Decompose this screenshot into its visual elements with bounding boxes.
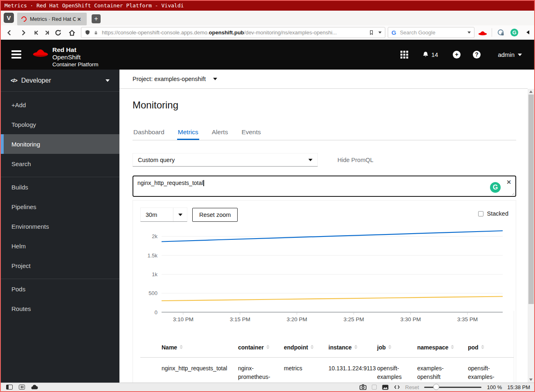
sort-icon[interactable] bbox=[180, 345, 183, 349]
privacy-extension-icon[interactable] bbox=[497, 29, 504, 36]
svg-text:2k: 2k bbox=[152, 233, 157, 239]
timespan-value: 30m bbox=[141, 212, 173, 218]
bookmark-icon[interactable] bbox=[369, 29, 374, 36]
user-caret-icon bbox=[518, 54, 522, 56]
openshift-masthead: Red Hat OpenShift Container Platform 14 … bbox=[1, 40, 534, 70]
tab-metrics[interactable]: Metrics bbox=[177, 125, 199, 140]
svg-text:3:20 PM: 3:20 PM bbox=[287, 316, 307, 322]
scrollbar-thumb[interactable] bbox=[528, 95, 534, 304]
stacked-checkbox[interactable] bbox=[478, 211, 483, 216]
grammarly-inline-icon[interactable]: G bbox=[490, 182, 501, 193]
stacked-label: Stacked bbox=[487, 210, 508, 217]
query-type-select[interactable]: Custom query bbox=[133, 153, 318, 167]
sort-icon[interactable] bbox=[354, 345, 357, 349]
sort-icon[interactable] bbox=[310, 345, 314, 349]
panel-toggle-icon[interactable] bbox=[6, 385, 13, 390]
sidebar-item-monitoring[interactable]: Monitoring bbox=[1, 134, 119, 154]
sidebar-item-pipelines[interactable]: Pipelines bbox=[1, 197, 119, 216]
help-icon[interactable]: ? bbox=[473, 51, 481, 59]
bell-icon bbox=[422, 51, 429, 59]
svg-text:3:35 PM: 3:35 PM bbox=[457, 316, 478, 322]
sidebar-item-environments[interactable]: Environments bbox=[1, 216, 119, 236]
sidebar-item-topology[interactable]: Topology bbox=[1, 115, 119, 134]
sidebar-item-routes[interactable]: Routes bbox=[1, 299, 119, 318]
promql-query-input[interactable]: nginx_http_requests_total G ✕ bbox=[133, 176, 516, 197]
main-content: Project: examples-openshift Monitoring D… bbox=[119, 70, 528, 383]
reset-zoom-button[interactable]: Reset zoom bbox=[192, 208, 238, 222]
page-title: Monitoring bbox=[133, 99, 516, 111]
home-icon[interactable] bbox=[68, 29, 76, 36]
search-field[interactable]: G Search Google bbox=[388, 27, 474, 38]
sort-icon[interactable] bbox=[451, 345, 454, 349]
perspective-switcher[interactable]: </> Developer bbox=[1, 70, 119, 92]
scroll-down-icon[interactable] bbox=[529, 378, 533, 381]
header-endpoint[interactable]: endpoint bbox=[284, 339, 328, 358]
tab-dashboard[interactable]: Dashboard bbox=[133, 125, 165, 140]
sidebar-item-builds[interactable]: Builds bbox=[1, 177, 119, 197]
address-dropdown-icon[interactable] bbox=[378, 32, 382, 34]
app-launcher-icon[interactable] bbox=[400, 51, 408, 59]
tab-alerts[interactable]: Alerts bbox=[211, 125, 229, 140]
address-bar[interactable]: https://console-openshift-console.apps.d… bbox=[81, 27, 385, 38]
tab-close-icon[interactable]: × bbox=[77, 16, 81, 22]
sidebar-item-helm[interactable]: Helm bbox=[1, 236, 119, 256]
stacked-control[interactable]: Stacked bbox=[478, 210, 508, 217]
vivaldi-menu-button[interactable]: V bbox=[4, 13, 14, 23]
sync-cloud-icon[interactable] bbox=[31, 385, 38, 390]
sidebar-item-project[interactable]: Project bbox=[1, 256, 119, 275]
clear-query-icon[interactable]: ✕ bbox=[506, 179, 511, 185]
header-job[interactable]: job bbox=[377, 339, 417, 358]
fast-forward-icon[interactable] bbox=[43, 29, 51, 36]
query-card: 30m Reset zoom Stacked 05001k1.5k2k3:10 … bbox=[133, 200, 516, 383]
redhat-extension-icon[interactable] bbox=[478, 29, 488, 36]
grammarly-extension-icon[interactable]: G bbox=[510, 29, 518, 36]
shield-icon[interactable] bbox=[85, 29, 90, 36]
project-selector[interactable]: Project: examples-openshift bbox=[119, 70, 528, 89]
sidebar: </> Developer +Add Topology Monitoring S… bbox=[1, 70, 119, 383]
nav-toggle-icon[interactable] bbox=[11, 50, 21, 59]
sort-icon[interactable] bbox=[388, 345, 391, 349]
zoom-slider-knob[interactable] bbox=[433, 384, 439, 390]
metrics-table: Name container endpoint instance job nam… bbox=[140, 339, 514, 383]
header-pod[interactable]: pod bbox=[468, 339, 514, 358]
page-actions-icon[interactable] bbox=[372, 385, 377, 390]
panel-collapse-icon[interactable] bbox=[526, 30, 529, 34]
tab-strip: Dashboard Metrics Alerts Events bbox=[133, 125, 516, 140]
page-scrollbar[interactable] bbox=[528, 89, 534, 383]
capture-page-icon[interactable] bbox=[360, 384, 366, 390]
hide-promql-toggle[interactable]: Hide PromQL bbox=[337, 157, 373, 163]
sidebar-item-pods[interactable]: Pods bbox=[1, 279, 119, 299]
rewind-icon[interactable] bbox=[33, 29, 40, 36]
page-source-icon[interactable] bbox=[394, 385, 400, 390]
header-name[interactable]: Name bbox=[162, 339, 238, 358]
table-row[interactable]: nginx_http_requests_total nginx-promethe… bbox=[140, 358, 514, 383]
search-engine-dropdown-icon[interactable] bbox=[468, 32, 471, 34]
cell-instance: 10.131.1.224:9113 bbox=[328, 358, 377, 383]
header-instance[interactable]: instance bbox=[328, 339, 377, 358]
timespan-select[interactable]: 30m bbox=[140, 207, 187, 222]
sidebar-item-search[interactable]: Search bbox=[1, 154, 119, 173]
forward-icon[interactable] bbox=[20, 29, 27, 36]
zoom-reset-label[interactable]: Reset bbox=[405, 384, 419, 390]
new-tab-button[interactable]: + bbox=[92, 14, 101, 23]
tab-events[interactable]: Events bbox=[241, 125, 261, 140]
metrics-chart[interactable]: 05001k1.5k2k3:10 PM3:15 PM3:20 PM3:25 PM… bbox=[140, 226, 516, 326]
sort-icon[interactable] bbox=[266, 345, 270, 349]
toggle-images-icon[interactable] bbox=[382, 385, 389, 390]
zoom-slider[interactable] bbox=[424, 384, 481, 390]
notifications-button[interactable]: 14 bbox=[422, 51, 438, 59]
user-menu[interactable]: admin bbox=[498, 51, 522, 58]
reload-icon[interactable] bbox=[54, 29, 62, 36]
sidebar-item-add[interactable]: +Add bbox=[1, 95, 119, 115]
cell-name: nginx_http_requests_total bbox=[162, 358, 238, 383]
tile-tabs-icon[interactable] bbox=[19, 385, 25, 390]
back-icon[interactable] bbox=[6, 29, 13, 36]
add-icon[interactable]: + bbox=[453, 51, 461, 59]
brand-logo: Red Hat OpenShift Container Platform bbox=[32, 46, 99, 68]
browser-tab[interactable]: Metrics · Red Hat Op × bbox=[17, 13, 87, 25]
header-namespace[interactable]: namespace bbox=[417, 339, 468, 358]
resize-handle-icon[interactable] bbox=[511, 191, 515, 195]
header-container[interactable]: container bbox=[238, 339, 284, 358]
scroll-up-icon[interactable] bbox=[529, 90, 533, 93]
sort-icon[interactable] bbox=[481, 345, 484, 349]
